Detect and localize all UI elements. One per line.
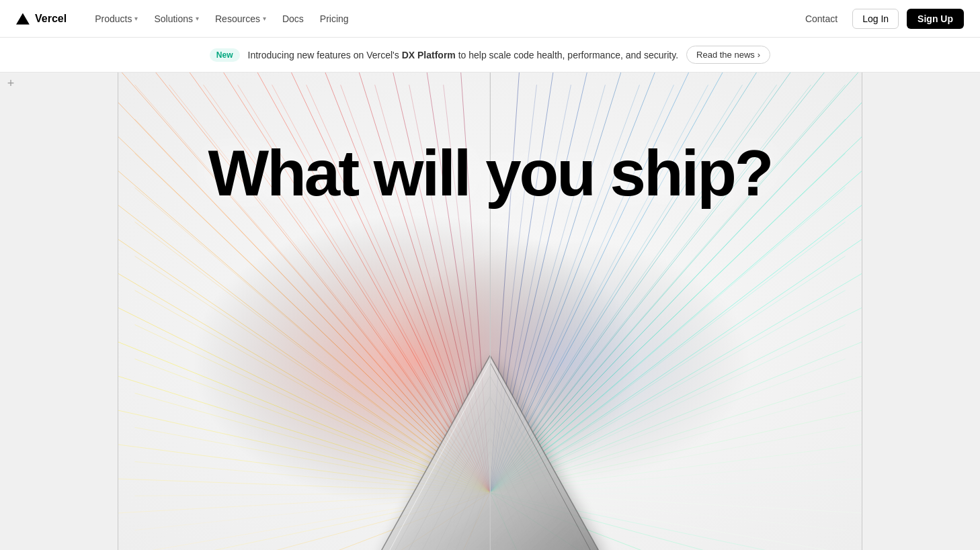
nav-links: Products ▾ Solutions ▾ Resources ▾ Docs … xyxy=(88,9,355,28)
vertical-separator-right xyxy=(862,73,862,550)
chevron-down-icon: ▾ xyxy=(196,15,199,22)
nav-pricing[interactable]: Pricing xyxy=(313,9,356,28)
signup-button[interactable]: Sign Up xyxy=(907,9,964,29)
read-news-button[interactable]: Read the news › xyxy=(686,46,770,64)
hero-headline: What will you ship? xyxy=(208,140,772,208)
nav-solutions[interactable]: Solutions ▾ xyxy=(147,9,206,28)
vertical-separator-left xyxy=(118,73,118,550)
chevron-right-icon: › xyxy=(758,50,760,60)
main-content: New Introducing new features on Vercel's… xyxy=(0,0,980,550)
nav-right: Contact Log In Sign Up xyxy=(799,9,964,29)
nav-resources[interactable]: Resources ▾ xyxy=(208,9,273,28)
login-button[interactable]: Log In xyxy=(852,9,899,29)
new-badge: New xyxy=(210,48,240,62)
navbar: Vercel Products ▾ Solutions ▾ Resources … xyxy=(0,0,980,38)
nav-contact-link[interactable]: Contact xyxy=(799,9,844,28)
nav-products[interactable]: Products ▾ xyxy=(88,9,145,28)
hero-section: + xyxy=(0,73,980,550)
announcement-text: Introducing new features on Vercel's DX … xyxy=(248,50,679,60)
logo[interactable]: Vercel xyxy=(16,12,67,26)
chevron-down-icon: ▾ xyxy=(263,15,266,22)
corner-plus-tl: + xyxy=(5,78,16,89)
logo-text: Vercel xyxy=(35,13,67,25)
nav-docs[interactable]: Docs xyxy=(276,9,311,28)
announcement-banner: New Introducing new features on Vercel's… xyxy=(0,38,980,73)
chevron-down-icon: ▾ xyxy=(134,15,138,22)
vercel-logo-icon xyxy=(16,12,30,26)
